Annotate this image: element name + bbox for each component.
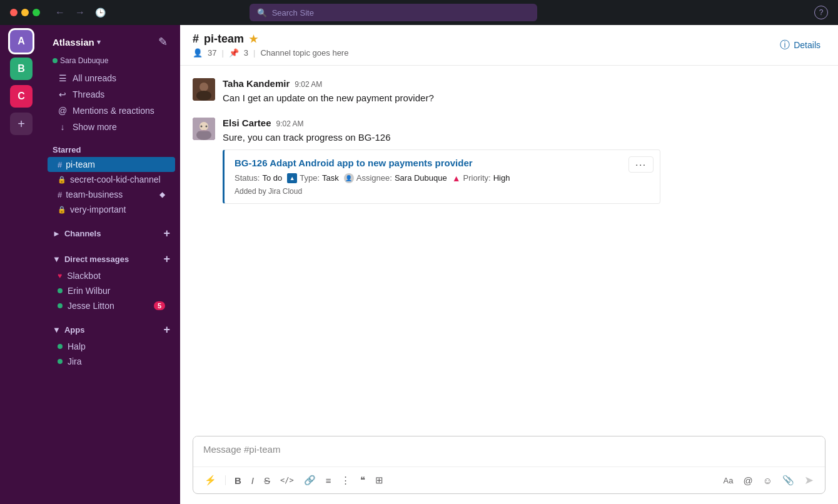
message-time: 9:02 AM (276, 119, 304, 128)
sidebar-item-threads[interactable]: ↩ Threads (48, 86, 175, 103)
channels-section: ► Channels + (43, 224, 180, 243)
app-item-jira[interactable]: Jira (48, 354, 175, 369)
jira-card-title[interactable]: BG-126 Adapt Android app to new payments… (235, 158, 650, 168)
details-button[interactable]: ⓘ Details (775, 36, 825, 54)
workspace-avatar-c[interactable]: C (10, 85, 33, 108)
workspace-icons: A B C + (0, 25, 43, 504)
sidebar-item-all-unreads[interactable]: ☰ All unreads (48, 70, 175, 86)
unread-badge: 5 (154, 301, 165, 310)
info-icon: ⓘ (780, 39, 790, 52)
svg-point-7 (206, 125, 208, 127)
dm-name: Erin Wilbur (68, 286, 165, 296)
send-button[interactable]: ➤ (800, 471, 817, 490)
sidebar: Atlassian ▾ ✎ Sara Dubuque ☰ All unreads… (43, 25, 180, 504)
maximize-button[interactable] (33, 9, 40, 16)
add-channel-button[interactable]: + (163, 227, 170, 240)
channel-header-left: # pi-team ★ 👤 37 | 📌 3 | Channel topic g… (193, 33, 348, 58)
apps-section-header[interactable]: ▼ Apps + (43, 321, 180, 339)
back-button[interactable]: ← (53, 4, 68, 21)
hash-icon: # (58, 190, 62, 199)
jira-card-meta: Status: To do ▲ Type: Task 👤 Assignee: (235, 173, 650, 183)
add-workspace-button[interactable]: + (10, 113, 33, 135)
message-time: 9:02 AM (295, 80, 322, 89)
main-content: # pi-team ★ 👤 37 | 📌 3 | Channel topic g… (180, 25, 838, 504)
strikethrough-button[interactable]: S (260, 473, 274, 488)
emoji-button[interactable]: ☺ (759, 473, 776, 488)
dm-section-header[interactable]: ▼ Direct messages + (43, 250, 180, 268)
search-bar[interactable]: 🔍 (250, 4, 537, 21)
lightning-button[interactable]: ⚡ (201, 472, 220, 488)
sidebar-item-show-more[interactable]: ↓ Show more (48, 119, 175, 135)
starred-section-header[interactable]: Starred (43, 143, 180, 157)
channels-toggle-icon: ► (53, 229, 61, 238)
channel-item-team-business[interactable]: # team-business ◆ (48, 187, 175, 202)
workspace-chevron: ▾ (97, 38, 101, 46)
code-button[interactable]: </> (276, 473, 298, 487)
apps-section: ▼ Apps + Halp Jira (43, 321, 180, 369)
help-button[interactable]: ? (814, 6, 828, 19)
channel-name-heading: pi-team (204, 33, 244, 46)
workspace-name[interactable]: Atlassian ▾ (53, 37, 101, 48)
forward-button[interactable]: → (73, 4, 88, 21)
list-unordered-button[interactable]: ⋮ (337, 472, 354, 488)
table-row: Taha Kandemir 9:02 AM Can I get an updat… (193, 78, 825, 105)
close-button[interactable] (10, 9, 18, 16)
jira-type: ▲ Type: Task (287, 173, 339, 183)
all-unreads-icon: ☰ (58, 73, 68, 83)
channel-item-pi-team[interactable]: # pi-team (48, 157, 175, 172)
bookmark-icon: ◆ (159, 190, 165, 199)
history-button[interactable]: 🕒 (93, 5, 108, 20)
message-input[interactable] (193, 436, 825, 464)
message-input-area: ⚡ B I S </> 🔗 ≡ ⋮ ❝ ⊞ Aa @ ☺ 📎 (180, 428, 838, 504)
sidebar-nav-label: Mentions & reactions (73, 106, 154, 116)
jira-more-button[interactable]: ··· (628, 156, 654, 173)
channel-item-very-important[interactable]: 🔒 very-important (48, 202, 175, 217)
dm-name: Jesse Litton (68, 301, 149, 311)
sidebar-nav-label: Threads (73, 89, 104, 99)
italic-button[interactable]: I (248, 473, 258, 488)
workspace-avatar-a[interactable]: A (10, 30, 33, 53)
message-header: Taha Kandemir 9:02 AM (223, 78, 825, 89)
dm-section-label: Direct messages (64, 255, 129, 264)
online-dot (58, 288, 63, 293)
channel-name: team-business (66, 189, 156, 199)
sidebar-item-mentions[interactable]: @ Mentions & reactions (48, 103, 175, 119)
add-dm-button[interactable]: + (163, 253, 170, 266)
mention-button[interactable]: @ (739, 473, 756, 488)
message-toolbar: ⚡ B I S </> 🔗 ≡ ⋮ ❝ ⊞ Aa @ ☺ 📎 (193, 466, 825, 493)
compose-button[interactable]: ✎ (156, 33, 170, 51)
quote-button[interactable]: ❝ (356, 472, 369, 488)
link-button[interactable]: 🔗 (300, 472, 320, 488)
threads-icon: ↩ (58, 89, 68, 99)
online-dot (58, 303, 63, 308)
sidebar-header: Atlassian ▾ ✎ (43, 25, 180, 56)
dm-item-slackbot[interactable]: ♥ Slackbot (48, 268, 175, 283)
channels-section-label: Channels (64, 229, 101, 238)
halp-dot (58, 344, 63, 349)
channel-meta: 👤 37 | 📌 3 | Channel topic goes here (193, 48, 348, 58)
minimize-button[interactable] (21, 9, 29, 16)
bold-button[interactable]: B (231, 473, 245, 488)
channel-header-right: ⓘ Details (775, 36, 825, 54)
starred-section-label: Starred (53, 145, 81, 154)
jira-priority: ▲ Priority: High (452, 173, 510, 183)
channel-star-icon[interactable]: ★ (249, 33, 258, 45)
format-button[interactable]: Aa (720, 473, 737, 488)
dm-item-jesse[interactable]: Jesse Litton 5 (48, 298, 175, 313)
list-ordered-button[interactable]: ≡ (322, 473, 335, 488)
table-button[interactable]: ⊞ (371, 472, 387, 488)
attach-button[interactable]: 📎 (779, 472, 798, 488)
channel-hash-prefix: # (193, 33, 199, 46)
message-body: Taha Kandemir 9:02 AM Can I get an updat… (223, 78, 825, 105)
search-input[interactable] (272, 8, 530, 18)
toolbar-right: Aa @ ☺ 📎 ➤ (720, 471, 817, 490)
avatar (193, 118, 215, 140)
workspace-avatar-b[interactable]: B (10, 58, 33, 80)
task-icon: ▲ (287, 173, 297, 183)
add-app-button[interactable]: + (163, 323, 170, 336)
dm-item-erin[interactable]: Erin Wilbur (48, 283, 175, 298)
channel-header: # pi-team ★ 👤 37 | 📌 3 | Channel topic g… (180, 25, 838, 66)
channel-item-secret[interactable]: 🔒 secret-cool-kid-channel (48, 172, 175, 187)
channels-section-header[interactable]: ► Channels + (43, 224, 180, 243)
app-item-halp[interactable]: Halp (48, 339, 175, 354)
